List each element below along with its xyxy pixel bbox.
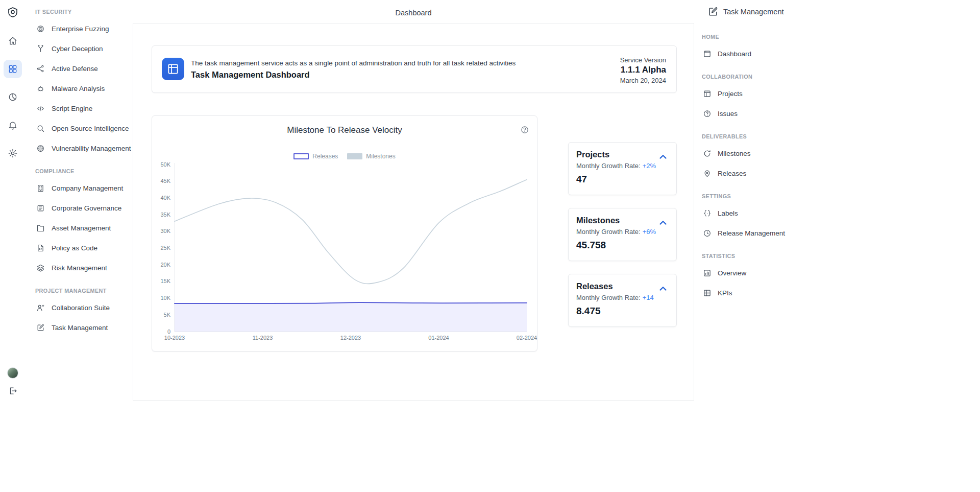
legend-item-milestones[interactable]: Milestones	[347, 153, 395, 160]
stat-growth: Monthly Growth Rate:+2%	[576, 162, 656, 170]
legend-label: Milestones	[366, 153, 395, 160]
sidebar-item-company-management[interactable]: Company Management	[26, 178, 133, 198]
network-icon	[36, 64, 45, 73]
svg-text:35K: 35K	[160, 212, 170, 218]
branch-icon	[36, 44, 45, 53]
section-title: STATISTICS	[702, 253, 980, 260]
sidebar-item-task-management[interactable]: Task Management	[26, 318, 133, 338]
main-panel: The task management service acts as a si…	[133, 23, 694, 401]
section-title: IT SECURITY	[35, 9, 133, 15]
window-icon	[703, 50, 712, 58]
stat-card-milestones: MilestonesMonthly Growth Rate:+6%45.758	[568, 208, 677, 261]
refresh-icon	[703, 149, 712, 158]
page-title: Dashboard	[133, 9, 694, 17]
sidebar-item-label: Company Management	[52, 184, 123, 192]
avatar[interactable]	[7, 367, 18, 379]
svg-text:25K: 25K	[160, 245, 170, 251]
section-title: COMPLIANCE	[35, 168, 133, 175]
chevron-up-icon[interactable]	[656, 151, 670, 162]
stat-value: 45.758	[576, 240, 606, 251]
pie-chart-icon	[8, 92, 18, 102]
folder-icon	[36, 224, 45, 232]
service-version-block: Service Version 1.1.1 Alpha March 20, 20…	[620, 56, 666, 84]
sidebar-item-enterprise-fuzzing[interactable]: Enterprise Fuzzing	[26, 19, 133, 39]
stat-card-projects: ProjectsMonthly Growth Rate:+2%47	[568, 142, 677, 195]
legend-swatch	[293, 153, 309, 159]
sidebar-item-policy-as-code[interactable]: Policy as Code	[26, 238, 133, 258]
svg-text:40K: 40K	[160, 195, 170, 201]
svg-text:50K: 50K	[160, 161, 170, 168]
chevron-up-icon[interactable]	[656, 283, 670, 294]
svg-text:10-2023: 10-2023	[164, 335, 185, 341]
section-title: DELIVERABLES	[702, 133, 980, 140]
sidebar-item-label: Vulnerability Management	[52, 145, 131, 152]
chart-legend: ReleasesMilestones	[152, 153, 537, 160]
growth-label: Monthly Growth Rate:	[576, 162, 641, 170]
sidebar-item-issues[interactable]: Issues	[702, 104, 980, 124]
history-icon	[703, 229, 712, 238]
rail-button-home[interactable]	[4, 32, 22, 50]
svg-text:02-2024: 02-2024	[517, 335, 537, 341]
bell-icon	[8, 120, 18, 130]
sidebar-item-label: Projects	[718, 90, 743, 98]
sidebar-item-kpis[interactable]: KPIs	[702, 283, 980, 303]
sidebar-item-label: Issues	[718, 110, 738, 118]
rail-button-gear[interactable]	[4, 144, 22, 162]
help-icon[interactable]	[520, 125, 529, 134]
layers-icon	[36, 264, 45, 272]
sidebar-item-cyber-deception[interactable]: Cyber Deception	[26, 39, 133, 59]
svg-text:12-2023: 12-2023	[340, 335, 361, 341]
rail-button-grid[interactable]	[4, 60, 22, 78]
welcome-card: The task management service acts as a si…	[152, 45, 677, 93]
sidebar-item-corporate-governance[interactable]: Corporate Governance	[26, 198, 133, 218]
sidebar-item-open-source-intelligence[interactable]: Open Source Intelligence	[26, 119, 133, 138]
right-sidebar: HOMEDashboardCOLLABORATIONProjectsIssues…	[702, 0, 980, 303]
sidebar-item-collaboration-suite[interactable]: Collaboration Suite	[26, 298, 133, 318]
velocity-chart-card: Milestone To Release Velocity ReleasesMi…	[152, 115, 537, 352]
sidebar-item-projects[interactable]: Projects	[702, 84, 980, 104]
icon-rail	[0, 0, 26, 492]
service-version-date: March 20, 2024	[620, 77, 666, 84]
sidebar-item-risk-management[interactable]: Risk Management	[26, 258, 133, 278]
svg-text:15K: 15K	[160, 278, 170, 284]
service-version-value: 1.1.1 Alpha	[620, 65, 666, 75]
stat-value: 8.475	[576, 306, 601, 317]
growth-label: Monthly Growth Rate:	[576, 228, 641, 236]
stat-card-title: Projects	[576, 150, 609, 159]
chevron-up-icon[interactable]	[656, 217, 670, 228]
home-icon	[8, 36, 18, 46]
legend-label: Releases	[312, 153, 338, 160]
rail-button-bell[interactable]	[4, 116, 22, 134]
logout-icon[interactable]	[8, 386, 17, 395]
sidebar-item-label: Active Defense	[52, 65, 98, 73]
growth-label: Monthly Growth Rate:	[576, 294, 641, 301]
sidebar-item-release-management[interactable]: Release Management	[702, 223, 980, 243]
sidebar-item-label: Open Source Intelligence	[52, 125, 129, 132]
sidebar-item-overview[interactable]: Overview	[702, 263, 980, 283]
rail-button-pie-chart[interactable]	[4, 88, 22, 106]
stat-growth: Monthly Growth Rate:+14	[576, 294, 654, 301]
table-grid-icon	[166, 62, 180, 76]
legend-item-releases[interactable]: Releases	[293, 153, 338, 160]
sidebar-item-asset-management[interactable]: Asset Management	[26, 218, 133, 238]
stat-cards: ProjectsMonthly Growth Rate:+2%47Milesto…	[568, 142, 677, 340]
sidebar-item-malware-analysis[interactable]: Malware Analysis	[26, 79, 133, 99]
svg-text:0: 0	[167, 329, 170, 335]
sidebar-item-vulnerability-management[interactable]: Vulnerability Management	[26, 138, 133, 158]
target-icon	[36, 25, 45, 33]
sidebar-item-label: Enterprise Fuzzing	[52, 25, 109, 33]
sidebar-item-labels[interactable]: Labels	[702, 203, 980, 223]
sidebar-item-releases[interactable]: Releases	[702, 163, 980, 183]
rail-items	[4, 32, 22, 162]
sidebar-item-active-defense[interactable]: Active Defense	[26, 59, 133, 79]
braces-icon	[703, 209, 712, 218]
sidebar-item-label: Corporate Governance	[52, 204, 121, 212]
sidebar-item-milestones[interactable]: Milestones	[702, 144, 980, 163]
sidebar-item-label: Collaboration Suite	[52, 304, 110, 312]
svg-text:01-2024: 01-2024	[428, 335, 449, 341]
svg-text:20K: 20K	[160, 262, 170, 268]
sidebar-item-script-engine[interactable]: Script Engine	[26, 99, 133, 119]
bug-icon	[36, 84, 45, 93]
sidebar-item-dashboard[interactable]: Dashboard	[702, 44, 980, 64]
velocity-chart-svg: 05K10K15K20K25K30K35K40K45K50K10-202311-…	[152, 161, 538, 344]
